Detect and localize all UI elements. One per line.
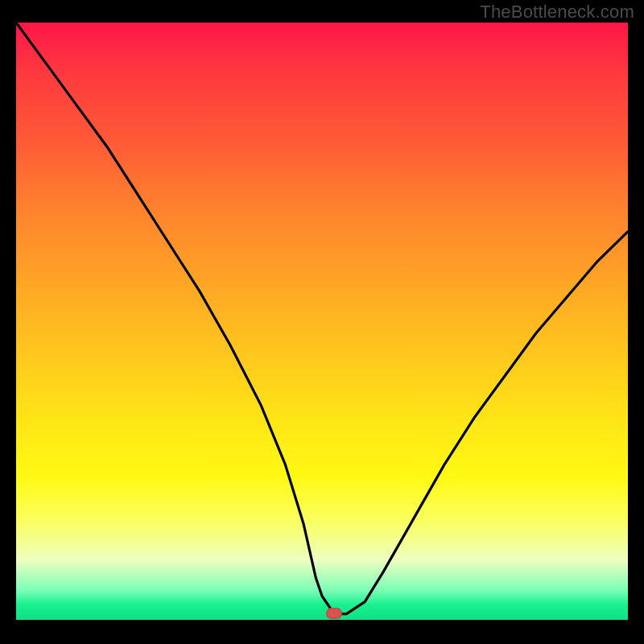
curve-svg xyxy=(16,23,628,620)
bottleneck-curve xyxy=(16,23,628,614)
optimum-marker xyxy=(326,608,342,619)
plot-area xyxy=(16,23,628,620)
chart-frame: TheBottleneck.com xyxy=(0,0,644,644)
watermark-text: TheBottleneck.com xyxy=(480,2,634,23)
